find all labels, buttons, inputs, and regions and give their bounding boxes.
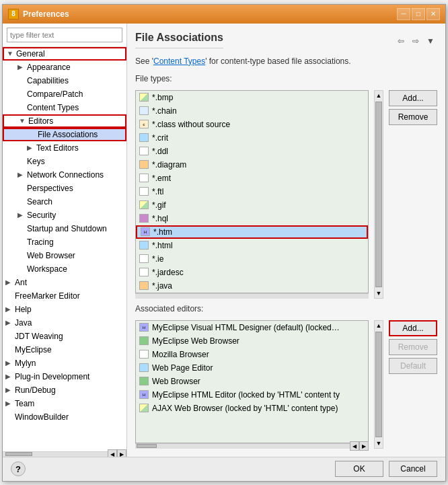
assoc-scroll-up[interactable]: ▲	[375, 321, 383, 330]
assoc-editor-myeclipse-html[interactable]: H MyEclipse HTML Editor (locked by 'HTML…	[136, 388, 368, 402]
content-types-link[interactable]: Content Types	[153, 57, 205, 66]
filter-input[interactable]	[7, 28, 122, 42]
remove-assoc-button[interactable]: Remove	[389, 339, 437, 355]
assoc-editors-list[interactable]: H MyEclipse Visual HTML Designer (defaul…	[135, 320, 369, 443]
icon-ddl	[139, 147, 149, 156]
tree-scroll-right[interactable]: ▶	[117, 449, 126, 457]
icon-html	[139, 241, 149, 250]
file-type-hql[interactable]: *.hql	[136, 212, 368, 225]
tree-item-help[interactable]: ▶ Help	[3, 303, 126, 316]
file-type-ftl[interactable]: *.ftl	[136, 185, 368, 198]
assoc-editor-myeclipse-visual[interactable]: H MyEclipse Visual HTML Designer (defaul…	[136, 321, 368, 334]
ok-button[interactable]: OK	[335, 461, 383, 477]
content-area: ▼ General ▶ Appearance ▶ Capabilities	[3, 24, 445, 457]
file-type-bmp[interactable]: *.bmp	[136, 91, 368, 104]
file-types-scrollbar-v: ▲ ▼	[374, 90, 383, 299]
file-type-ie[interactable]: *.ie	[136, 252, 368, 266]
tree-item-ant[interactable]: ▶ Ant	[3, 276, 126, 289]
tree-item-startup-shutdown[interactable]: ▶ Startup and Shutdown	[3, 222, 126, 235]
assoc-v-thumb[interactable]	[375, 332, 382, 437]
tree-item-java[interactable]: ▶ Java	[3, 316, 126, 330]
tree-item-general[interactable]: ▼ General	[3, 47, 126, 61]
minimize-button[interactable]: ─	[397, 8, 410, 20]
expand-arrow-editors: ▼	[19, 117, 28, 124]
tree-item-text-editors[interactable]: ▶ Text Editors	[3, 141, 126, 155]
file-type-ddl[interactable]: *.ddl	[136, 145, 368, 158]
tree-item-file-associations[interactable]: ▶ File Associations	[3, 128, 126, 141]
tree-item-tracing[interactable]: ▶ Tracing	[3, 235, 126, 249]
tree-label-java: Java	[15, 318, 32, 328]
close-button[interactable]: ✕	[426, 8, 440, 20]
tree-label-plugin-development: Plug-in Development	[15, 372, 89, 381]
nav-forward-button[interactable]: ⇨	[409, 35, 422, 47]
nav-dropdown-button[interactable]: ▼	[424, 35, 437, 47]
scrollbar-up[interactable]: ▲	[375, 91, 383, 100]
assoc-editor-ajax[interactable]: AJAX Web Browser (locked by 'HTML' conte…	[136, 402, 368, 415]
file-type-jardesc[interactable]: *.jardesc	[136, 266, 368, 279]
file-types-buttons: Add... Remove	[389, 90, 437, 299]
file-type-html[interactable]: *.html	[136, 239, 368, 252]
scrollbar-thumb-v[interactable]	[375, 102, 382, 287]
tree-item-security[interactable]: ▶ Security	[3, 209, 126, 222]
file-type-gif[interactable]: *.gif	[136, 198, 368, 212]
file-type-crit[interactable]: *.crit	[136, 131, 368, 145]
icon-ftl	[139, 187, 149, 196]
remove-file-type-button[interactable]: Remove	[389, 109, 437, 125]
icon-myeclipse-visual: H	[139, 323, 149, 332]
assoc-h-thumb[interactable]	[137, 444, 157, 448]
tree-item-myeclipse[interactable]: ▶ MyEclipse	[3, 343, 126, 357]
assoc-scroll-down[interactable]: ▼	[375, 439, 383, 448]
tree-label-security: Security	[27, 211, 56, 220]
file-type-emt[interactable]: *.emt	[136, 172, 368, 185]
help-button[interactable]: ?	[11, 461, 26, 476]
tree-item-network-connections[interactable]: ▶ Network Connections	[3, 168, 126, 182]
tree-item-freemarker[interactable]: ▶ FreeMarker Editor	[3, 289, 126, 303]
add-file-type-button[interactable]: Add...	[389, 90, 437, 106]
nav-back-button[interactable]: ⇦	[394, 35, 408, 47]
tree-item-keys[interactable]: ▶ Keys	[3, 155, 126, 168]
file-type-class[interactable]: c *.class without source	[136, 118, 368, 131]
tree-item-editors[interactable]: ▼ Editors	[3, 114, 126, 128]
tree-item-appearance[interactable]: ▶ Appearance	[3, 61, 126, 74]
tree-item-team[interactable]: ▶ Team	[3, 397, 126, 410]
default-assoc-button[interactable]: Default	[389, 358, 437, 374]
navigation-arrows: ⇦ ⇨ ▼	[394, 35, 437, 47]
tree-item-workspace[interactable]: ▶ Workspace	[3, 262, 126, 276]
assoc-list-wrapper: H MyEclipse Visual HTML Designer (defaul…	[135, 320, 369, 449]
desc-post: ' for content-type based file associatio…	[205, 57, 350, 66]
icon-class: c	[139, 120, 149, 129]
assoc-editor-mozilla[interactable]: Mozilla Browser	[136, 348, 368, 361]
tree-item-compare-patch[interactable]: ▶ Compare/Patch	[3, 87, 126, 101]
add-assoc-button[interactable]: Add...	[389, 320, 437, 336]
assoc-editor-web-page[interactable]: Web Page Editor	[136, 361, 368, 375]
tree-item-search[interactable]: ▶ Search	[3, 195, 126, 209]
tree-item-jdt-weaving[interactable]: ▶ JDT Weaving	[3, 330, 126, 343]
expand-arrow-network-connections: ▶	[17, 171, 27, 178]
file-type-diagram[interactable]: *.diagram	[136, 158, 368, 172]
tree-item-capabilities[interactable]: ▶ Capabilities	[3, 74, 126, 87]
tree-item-perspectives[interactable]: ▶ Perspectives	[3, 182, 126, 195]
tree-label-workspace: Workspace	[27, 264, 67, 274]
tree-item-content-types[interactable]: ▶ Content Types	[3, 101, 126, 114]
assoc-scroll-left[interactable]: ◀	[350, 441, 359, 451]
tree-item-plugin-development[interactable]: ▶ Plug-in Development	[3, 370, 126, 383]
tree-label-mylyn: Mylyn	[15, 359, 36, 368]
file-type-chain[interactable]: *.chain	[136, 104, 368, 118]
tree-scrollbar-thumb[interactable]	[5, 452, 32, 456]
tree-item-windowbuilder[interactable]: ▶ WindowBuilder	[3, 410, 126, 424]
tree-item-mylyn[interactable]: ▶ Mylyn	[3, 357, 126, 370]
assoc-editor-myeclipse-web[interactable]: MyEclipse Web Browser	[136, 334, 368, 348]
assoc-editor-web-browser[interactable]: Web Browser	[136, 375, 368, 388]
scrollbar-down[interactable]: ▼	[375, 289, 383, 298]
tree-item-web-browser[interactable]: ▶ Web Browser	[3, 249, 126, 262]
assoc-scroll-right[interactable]: ▶	[359, 441, 369, 451]
file-type-java[interactable]: *.java	[136, 279, 368, 293]
tree-scroll-left[interactable]: ◀	[108, 449, 117, 457]
file-type-htm[interactable]: H *.htm	[136, 225, 368, 239]
panel-description: See 'Content Types' for content-type bas…	[135, 57, 437, 66]
file-types-section: *.bmp *.chain c *.class without source	[135, 90, 437, 299]
file-types-list[interactable]: *.bmp *.chain c *.class without source	[135, 90, 369, 293]
cancel-button[interactable]: Cancel	[389, 461, 437, 477]
maximize-button[interactable]: □	[412, 8, 425, 20]
tree-item-run-debug[interactable]: ▶ Run/Debug	[3, 383, 126, 397]
